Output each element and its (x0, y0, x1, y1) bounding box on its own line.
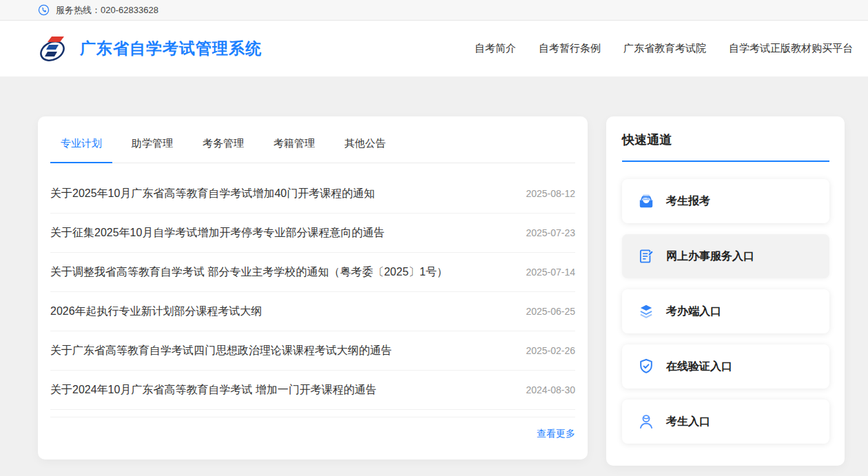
news-date: 2025-06-25 (526, 306, 575, 317)
quick-card-candidate-registration[interactable]: 考生报考 (622, 179, 829, 223)
hotline-text: 服务热线：020-62833628 (56, 4, 158, 17)
list-end-divider (50, 410, 575, 417)
quick-card-label: 考生报考 (666, 194, 710, 209)
quick-card-candidate-portal[interactable]: 考生入口 (622, 400, 829, 444)
news-date: 2025-07-14 (526, 267, 575, 278)
top-nav: 自考简介 自考暂行条例 广东省教育考试院 自学考试正版教材购买平台 (475, 42, 853, 55)
tab-exam-records[interactable]: 考籍管理 (263, 137, 325, 163)
site-header: 广东省自学考试管理系统 自考简介 自考暂行条例 广东省教育考试院 自学考试正版教… (0, 21, 868, 76)
nav-item-zikao-regulations[interactable]: 自考暂行条例 (539, 42, 601, 55)
nav-item-gd-exam-authority[interactable]: 广东省教育考试院 (623, 42, 706, 55)
news-row[interactable]: 2026年起执行专业新计划部分课程考试大纲 2025-06-25 (50, 292, 575, 331)
news-title[interactable]: 2026年起执行专业新计划部分课程考试大纲 (50, 304, 262, 319)
news-list: 关于2025年10月广东省高等教育自学考试增加40门开考课程的通知 2025-0… (50, 163, 575, 417)
quick-card-label: 考办端入口 (666, 304, 721, 319)
news-row[interactable]: 关于调整我省高等教育自学考试 部分专业主考学校的通知（粤考委〔2025〕1号） … (50, 253, 575, 292)
news-row[interactable]: 关于广东省高等教育自学考试四门思想政治理论课课程考试大纲的通告 2025-02-… (50, 331, 575, 371)
quick-card-online-verification[interactable]: 在线验证入口 (622, 344, 829, 389)
user-icon (637, 413, 655, 431)
quick-card-label: 网上办事服务入口 (666, 249, 754, 264)
quick-link-list: 考生报考 网上办事服务入口 (622, 179, 829, 444)
phone-icon (38, 4, 50, 16)
topbar: 服务热线：020-62833628 (0, 0, 868, 21)
quick-channel-title: 快速通道 (622, 130, 829, 162)
news-title[interactable]: 关于广东省高等教育自学考试四门思想政治理论课课程考试大纲的通告 (50, 344, 392, 358)
news-title[interactable]: 关于征集2025年10月自学考试增加开考停考专业部分课程意向的通告 (50, 226, 384, 240)
main-content: 专业计划 助学管理 考务管理 考籍管理 其他公告 关于2025年10月广东省高等… (0, 76, 868, 466)
quick-channel-panel: 快速通道 考生报考 (606, 116, 845, 466)
news-title[interactable]: 关于2024年10月广东省高等教育自学考试 增加一门开考课程的通告 (50, 383, 377, 397)
quick-card-exam-office-portal[interactable]: 考办端入口 (622, 289, 829, 333)
tab-other-notices[interactable]: 其他公告 (334, 137, 396, 163)
notice-tabs: 专业计划 助学管理 考务管理 考籍管理 其他公告 (50, 116, 575, 163)
quick-card-online-services[interactable]: 网上办事服务入口 (622, 234, 829, 278)
news-date: 2025-02-26 (526, 345, 575, 356)
notice-panel: 专业计划 助学管理 考务管理 考籍管理 其他公告 关于2025年10月广东省高等… (38, 116, 588, 459)
news-title[interactable]: 关于调整我省高等教育自学考试 部分专业主考学校的通知（粤考委〔2025〕1号） (50, 265, 448, 280)
quick-card-label: 在线验证入口 (666, 360, 732, 374)
site-logo-icon (36, 33, 70, 65)
view-more-link[interactable]: 查看更多 (537, 428, 575, 440)
news-title[interactable]: 关于2025年10月广东省高等教育自学考试增加40门开考课程的通知 (50, 187, 375, 201)
news-date: 2025-07-23 (526, 227, 575, 238)
tab-study-support[interactable]: 助学管理 (121, 137, 183, 163)
inbox-icon (637, 192, 655, 210)
news-row[interactable]: 关于征集2025年10月自学考试增加开考停考专业部分课程意向的通告 2025-0… (50, 214, 575, 253)
quick-card-label: 考生入口 (666, 415, 710, 429)
news-date: 2024-08-30 (526, 384, 575, 395)
layers-icon (637, 302, 655, 320)
notice-panel-footer: 查看更多 (50, 417, 575, 440)
news-row[interactable]: 关于2024年10月广东省高等教育自学考试 增加一门开考课程的通告 2024-0… (50, 371, 575, 410)
nav-item-zikao-intro[interactable]: 自考简介 (475, 42, 516, 55)
tab-major-plan[interactable]: 专业计划 (50, 137, 112, 163)
form-edit-icon (637, 247, 655, 265)
shield-check-icon (637, 358, 655, 375)
news-date: 2025-08-12 (526, 188, 575, 199)
news-row[interactable]: 关于2025年10月广东省高等教育自学考试增加40门开考课程的通知 2025-0… (50, 174, 575, 214)
site-title: 广东省自学考试管理系统 (80, 38, 262, 59)
nav-item-textbook-platform[interactable]: 自学考试正版教材购买平台 (729, 42, 853, 55)
tab-exam-affairs[interactable]: 考务管理 (192, 137, 254, 163)
